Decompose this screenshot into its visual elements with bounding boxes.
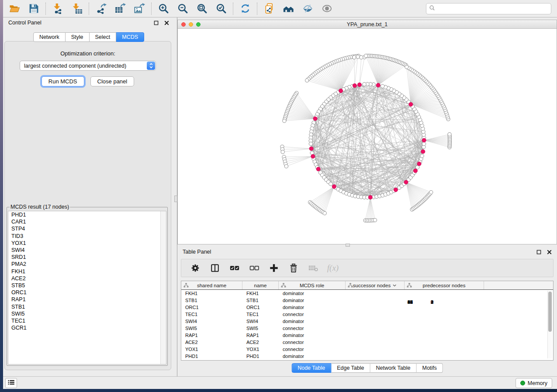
application-window: Control Panel NetworkStyleSelectMCDS Opt… [3,0,557,389]
table-cell: dominator [279,353,346,360]
table-scrollbar[interactable] [547,291,552,358]
mcds-result-item[interactable]: ACE2 [8,275,166,282]
splitter-grip[interactable] [174,196,177,202]
export-image-icon[interactable] [133,3,145,15]
mcds-result-item[interactable]: CAR1 [8,218,166,225]
hide-selected-icon[interactable] [301,3,314,15]
select-first-neighbors-icon[interactable] [282,3,294,15]
table-row[interactable]: PHD1PHD1dominator180 [181,353,553,360]
table-cell: SWI4 [242,318,279,325]
control-panel: Control Panel NetworkStyleSelectMCDS Opt… [3,17,174,376]
create-column-icon[interactable] [268,262,280,274]
export-network-to-web-icon[interactable] [263,3,275,15]
mcds-result-item[interactable]: STP4 [8,225,166,232]
table-cell: TEC1 [242,311,279,318]
mcds-result-item[interactable]: YOX1 [8,240,166,247]
zoom-in-icon[interactable] [157,3,170,15]
zoom-out-icon[interactable] [176,3,189,15]
table-panel-header: Table Panel [177,247,557,257]
minimize-traffic-light-icon[interactable] [189,22,193,27]
table-body: FKH1FKH1dominator962STB1STB1dominator620… [181,290,553,360]
table-settings-icon[interactable] [190,262,201,274]
float-panel-icon[interactable] [154,21,159,25]
table-cell: dominator [279,332,346,339]
mcds-list-scrollbar[interactable] [160,211,166,364]
mcds-result-item[interactable]: ORC1 [8,289,166,296]
table-row[interactable]: FKH1FKH1dominator962 [181,290,553,297]
column-header-successor-nodes[interactable]: successor nodes [346,281,405,289]
column-header-shared-name[interactable]: shared name [181,281,242,289]
tab-network-table[interactable]: Network Table [370,363,417,373]
table-cell: TEC1 [181,311,242,318]
mcds-result-item[interactable]: TEC1 [8,317,166,324]
mcds-result-item[interactable]: PMA2 [8,261,166,268]
show-all-icon[interactable] [321,3,333,15]
memory-status-icon [520,381,525,385]
vertical-splitter[interactable] [174,17,177,376]
table-cell: SWI5 [242,325,279,332]
mcds-result-item[interactable]: SWI5 [8,310,166,317]
task-history-button[interactable] [5,378,17,388]
tab-mcds[interactable]: MCDS [116,32,144,42]
mcds-result-list[interactable]: PHD1CAR1STP4TID3YOX1SWI4SRD1PMA2FKH1ACE2… [8,211,166,364]
delete-column-icon[interactable] [288,262,299,274]
refresh-view-icon[interactable] [239,3,251,15]
mcds-result-item[interactable]: PHD1 [8,211,166,218]
mcds-result-item[interactable]: GCR1 [8,324,166,331]
float-table-panel-icon[interactable] [536,250,541,254]
column-header-MCDS-role[interactable]: MCDS role [279,281,346,289]
table-cell: ACE2 [242,339,279,346]
export-table-icon[interactable] [114,3,126,15]
mcds-result-item[interactable]: SRD1 [8,254,166,261]
mcds-result-item[interactable]: STB1 [8,303,166,310]
mcds-result-title: MCDS result (17 nodes) [10,204,70,210]
optimization-criterion-select[interactable]: largest connected component (undirected) [20,61,156,71]
table-cell: ORC1 [181,304,242,311]
close-traffic-light-icon[interactable] [181,22,186,27]
tab-network[interactable]: Network [33,32,66,42]
optimization-criterion-label: Optimization criterion: [60,50,115,57]
table-cell: STB1 [242,297,279,304]
mcds-result-item[interactable]: RAP1 [8,296,166,303]
table-cell: RAP1 [181,332,242,339]
tab-motifs[interactable]: Motifs [416,363,443,373]
network-canvas[interactable] [178,29,557,244]
export-network-icon[interactable] [95,3,107,15]
tab-edge-table[interactable]: Edge Table [331,363,370,373]
mcds-result-item[interactable]: TID3 [8,233,166,240]
table-cell: YOX1 [242,346,279,353]
mcds-result-item[interactable]: STB5 [8,282,166,289]
close-panel-button[interactable]: Close panel [90,76,135,86]
mcds-result-item[interactable]: FKH1 [8,268,166,275]
table-cell: ORC1 [242,304,279,311]
tab-node-table[interactable]: Node Table [291,363,331,373]
tab-style[interactable]: Style [66,32,90,42]
mcds-result-item[interactable]: SWI4 [8,247,166,254]
open-file-icon[interactable] [8,3,21,15]
table-cell: STB1 [181,297,242,304]
close-panel-icon[interactable] [164,21,169,25]
table-cell: FKH1 [242,290,279,297]
select-all-columns-icon[interactable] [229,262,240,274]
column-header-name[interactable]: name [242,281,279,289]
zoom-selected-icon[interactable] [215,3,227,15]
zoom-traffic-light-icon[interactable] [196,22,201,27]
tab-select[interactable]: Select [90,32,117,42]
column-header-predecessor-nodes[interactable]: predecessor nodes [405,281,484,289]
run-mcds-button[interactable]: Run MCDS [42,76,84,86]
search-box[interactable] [426,3,551,14]
table-cell: connector [279,346,346,353]
memory-button[interactable]: Memory [515,378,552,388]
close-table-panel-icon[interactable] [547,250,552,254]
horizontal-splitter-grip[interactable] [346,244,350,247]
zoom-fit-icon[interactable] [196,3,208,15]
import-table-icon[interactable] [71,3,83,15]
search-input[interactable] [437,6,548,12]
deselect-all-columns-icon[interactable] [249,262,260,274]
table-scrollbar-thumb[interactable] [548,292,552,332]
network-graph[interactable] [178,29,557,244]
import-network-icon[interactable] [52,3,64,15]
table-cell: dominator [279,304,346,311]
toggle-column-view-icon[interactable] [209,262,221,274]
save-session-icon[interactable] [28,3,40,15]
